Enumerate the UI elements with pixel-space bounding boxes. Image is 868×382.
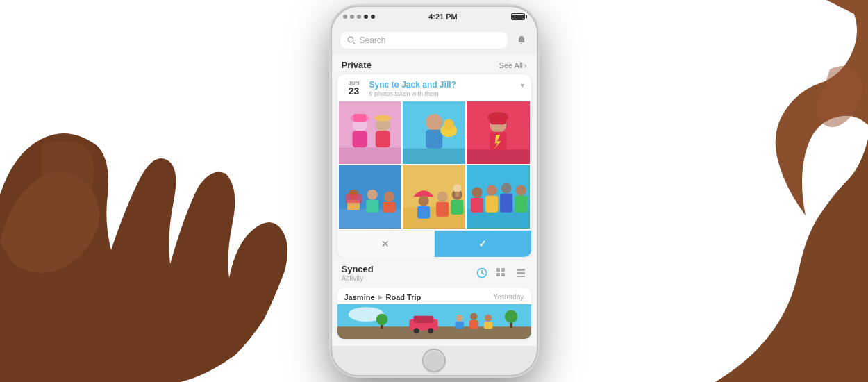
svg-rect-23 xyxy=(467,149,529,164)
svg-point-9 xyxy=(374,115,391,122)
svg-rect-60 xyxy=(501,273,505,276)
action-buttons: ✕ ✓ xyxy=(337,230,531,257)
svg-rect-13 xyxy=(426,130,442,149)
svg-rect-6 xyxy=(353,114,366,122)
phone-bottom-bar xyxy=(332,346,537,375)
svg-rect-47 xyxy=(471,198,483,213)
status-icons xyxy=(511,13,525,20)
status-bar: 4:21 PM xyxy=(332,7,537,26)
svg-point-36 xyxy=(418,196,428,206)
svg-point-52 xyxy=(516,185,526,196)
svg-point-48 xyxy=(487,185,497,196)
svg-point-38 xyxy=(437,192,448,202)
svg-point-15 xyxy=(444,119,454,130)
svg-rect-63 xyxy=(517,276,525,277)
svg-rect-8 xyxy=(375,131,390,147)
dot-5 xyxy=(371,15,375,19)
grid-view-icon[interactable] xyxy=(495,267,508,279)
see-all-button[interactable]: See All › xyxy=(499,61,527,69)
search-bar: Search xyxy=(332,26,537,54)
stack-view-icon[interactable] xyxy=(515,267,527,279)
dot-3 xyxy=(357,15,361,19)
svg-rect-68 xyxy=(413,315,433,322)
svg-rect-28 xyxy=(345,194,362,203)
svg-rect-76 xyxy=(483,322,492,329)
activity-title-row: Jasmine ▶ Road Trip xyxy=(344,293,422,301)
svg-line-1 xyxy=(352,42,354,44)
svg-rect-30 xyxy=(366,200,378,213)
photo-cell-1 xyxy=(339,101,401,164)
svg-rect-62 xyxy=(517,272,525,274)
photo-cell-6 xyxy=(467,165,529,228)
synced-left: Synced Activity xyxy=(342,264,374,282)
synced-section-header: Synced Activity xyxy=(332,257,537,285)
private-title: Private xyxy=(342,60,372,70)
photo-cell-5 xyxy=(403,165,465,228)
svg-rect-74 xyxy=(469,320,478,329)
sync-title: Sync to Jack and Jill? xyxy=(369,80,515,90)
activity-date: Yesterday xyxy=(493,293,524,301)
dot-1 xyxy=(343,15,347,19)
activity-arrow-icon: ▶ xyxy=(378,293,383,301)
activity-album-name: Road Trip xyxy=(386,293,422,301)
svg-point-42 xyxy=(453,184,461,192)
svg-rect-61 xyxy=(517,269,525,271)
photo-cell-2 xyxy=(403,101,465,164)
private-section-header: Private See All › xyxy=(332,54,537,74)
synced-view-icons xyxy=(476,267,527,279)
confirm-icon: ✓ xyxy=(478,238,487,249)
dot-2 xyxy=(350,15,354,19)
svg-point-50 xyxy=(501,183,512,194)
sync-info: Sync to Jack and Jill? 6 photos taken wi… xyxy=(369,80,515,97)
dot-4 xyxy=(364,15,368,19)
search-input-wrapper[interactable]: Search xyxy=(340,32,508,49)
svg-rect-53 xyxy=(515,196,527,213)
sync-card: JUN 23 Sync to Jack and Jill? 6 photos t… xyxy=(337,74,531,257)
svg-rect-39 xyxy=(436,202,449,217)
svg-rect-32 xyxy=(383,202,395,213)
svg-point-29 xyxy=(367,190,377,200)
svg-point-46 xyxy=(472,188,483,198)
svg-rect-16 xyxy=(403,149,465,165)
svg-rect-21 xyxy=(490,114,506,124)
signal-dots xyxy=(343,15,375,19)
search-icon xyxy=(347,36,356,44)
date-badge: JUN 23 xyxy=(344,80,364,96)
activity-card[interactable]: Jasmine ▶ Road Trip Yesterday xyxy=(337,288,531,339)
svg-rect-72 xyxy=(455,322,463,329)
confirm-button[interactable]: ✓ xyxy=(435,231,531,257)
svg-point-31 xyxy=(383,192,394,202)
svg-point-12 xyxy=(426,114,442,131)
svg-rect-51 xyxy=(500,194,512,213)
home-button[interactable] xyxy=(422,349,446,372)
photo-cell-3 xyxy=(467,101,529,164)
svg-point-70 xyxy=(428,328,433,333)
cancel-button[interactable]: ✕ xyxy=(337,231,435,257)
svg-rect-49 xyxy=(485,196,498,213)
notification-bell[interactable] xyxy=(515,33,528,47)
phone-screen: Search Private See All › JUN xyxy=(332,26,537,346)
svg-rect-57 xyxy=(496,268,500,272)
svg-rect-41 xyxy=(451,200,463,215)
svg-point-71 xyxy=(456,314,462,321)
battery-icon xyxy=(511,13,525,20)
svg-point-75 xyxy=(484,314,491,321)
clock-icon[interactable] xyxy=(476,267,488,279)
dropdown-arrow-icon[interactable]: ▾ xyxy=(521,81,524,89)
activity-person-name: Jasmine xyxy=(344,293,375,301)
activity-header: Jasmine ▶ Road Trip Yesterday xyxy=(337,288,531,304)
search-placeholder: Search xyxy=(360,35,386,45)
see-all-chevron: › xyxy=(524,61,527,69)
synced-title: Synced xyxy=(342,264,374,274)
see-all-label: See All xyxy=(499,61,523,69)
svg-point-69 xyxy=(413,328,419,333)
svg-rect-10 xyxy=(339,147,401,164)
svg-rect-59 xyxy=(496,273,500,276)
battery-fill xyxy=(512,15,524,19)
photo-grid xyxy=(337,101,531,230)
svg-rect-43 xyxy=(455,192,459,197)
phone-frame: 4:21 PM Search xyxy=(332,7,537,375)
date-day: 23 xyxy=(349,86,360,96)
photo-cell-4 xyxy=(339,165,401,228)
svg-line-56 xyxy=(482,273,484,274)
